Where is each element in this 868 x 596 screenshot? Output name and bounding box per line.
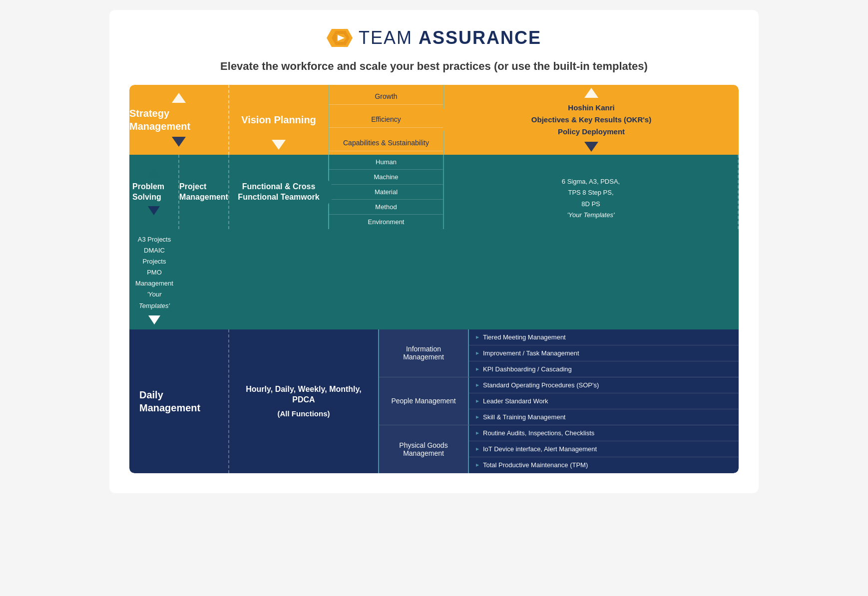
vision-planning-title: Vision Planning [241, 113, 316, 126]
strategy-management-cell: Strategy Management [129, 85, 229, 155]
daily-management-title: Daily Management [139, 388, 218, 414]
list-item-material: Material [329, 185, 443, 200]
logo-icon [327, 25, 353, 51]
list-item-machine: Machine [329, 170, 443, 185]
pdca-title: Hourly, Daily, Weekly, Monthly, PDCA [237, 384, 370, 405]
arrow-down-vision [272, 140, 286, 150]
list-item-growth: Growth [329, 88, 443, 105]
arrow-up-6sigma [585, 163, 597, 172]
list-item-environment: Environment [329, 215, 443, 229]
information-management-label: Information Management [379, 329, 469, 377]
project-management-title: Project Management [179, 182, 228, 203]
chevron-right-orange [443, 108, 452, 132]
6sigma-line1: 6 Sigma, A3, PDSA, [562, 176, 620, 187]
physical-goods-items: Routine Audits, Inspections, Checklists … [469, 425, 739, 473]
hoshin-line2: Objectives & Key Results (OKR's) [531, 114, 651, 126]
people-item-1: Standard Operating Procedures (SOP's) [469, 377, 739, 393]
people-management-label: People Management [379, 377, 469, 425]
list-item-capabilities: Capabilities & Sustainability [329, 135, 443, 151]
6sigma-line2: TPS 8 Step PS, [562, 187, 620, 198]
information-management-items: Tiered Meeting Management Improvement / … [469, 329, 739, 377]
cross-functional-title: Functional & Cross Functional Teamwork [234, 182, 323, 203]
list-item-method: Method [329, 200, 443, 215]
daily-management-row: Daily Management Hourly, Daily, Weekly, … [129, 329, 739, 473]
list-item-human: Human [329, 155, 443, 170]
physical-item-3: Total Productive Maintenance (TPM) [469, 457, 739, 473]
logo-team: TEAM [359, 27, 413, 48]
people-item-3: Skill & Training Management [469, 409, 739, 425]
physical-item-1: Routine Audits, Inspections, Checklists [469, 425, 739, 441]
information-management-section: Information Management Tiered Meeting Ma… [379, 329, 739, 377]
info-item-3: KPI Dashboarding / Cascading [469, 361, 739, 377]
arrow-up-project [198, 169, 210, 178]
a3-projects-cell: A3 Projects DMAIC Projects PMO Managemen… [129, 229, 179, 329]
arrow-up-hoshin [584, 88, 598, 98]
physical-goods-label: Physical Goods Management [379, 425, 469, 473]
problem-solving-cell: Problem Solving [129, 155, 179, 229]
arrow-up-problem [148, 169, 160, 178]
arrow-up-strategy [172, 93, 186, 103]
a3-line1: A3 Projects [134, 234, 174, 245]
main-diagram: Strategy Management Vision Planning Grow… [129, 85, 739, 473]
problem-solving-title: Problem Solving [132, 182, 175, 203]
strategy-row: Strategy Management Vision Planning Grow… [129, 85, 739, 155]
arrow-down-strategy [172, 137, 186, 147]
list-item-efficiency: Efficiency [329, 111, 443, 128]
people-management-items: Standard Operating Procedures (SOP's) Le… [469, 377, 739, 425]
info-item-2: Improvement / Task Management [469, 345, 739, 361]
arrow-down-problem [148, 206, 160, 215]
page-wrapper: TEAM ASSURANCE Elevate the workforce and… [109, 10, 759, 493]
hoshin-kanri-cell: Hoshin Kanri Objectives & Key Results (O… [444, 85, 739, 155]
arrow-up-daily [173, 374, 185, 383]
people-item-2: Leader Standard Work [469, 393, 739, 409]
a3-line4: 'Your Templates' [134, 289, 174, 311]
6sigma-line4: 'Your Templates' [562, 210, 620, 221]
chevron-right-teal [328, 180, 337, 204]
arrow-down-hoshin [584, 142, 598, 152]
pdca-subtitle: (All Functions) [237, 409, 370, 418]
6sigma-cell: 6 Sigma, A3, PDSA, TPS 8 Step PS, 8D PS … [444, 155, 739, 229]
project-management-cell: Project Management [179, 155, 229, 229]
daily-management-cell: Daily Management [129, 329, 229, 473]
info-item-1: Tiered Meeting Management [469, 329, 739, 345]
a3-line3: PMO Management [134, 267, 174, 289]
6sigma-line3: 8D PS [562, 199, 620, 210]
a3-line2: DMAIC Projects [134, 245, 174, 267]
physical-item-2: IoT Device interface, Alert Management [469, 441, 739, 457]
arrow-down-project [198, 206, 210, 215]
problem-solving-row: Problem Solving Project Management Funct… [129, 155, 739, 329]
tagline: Elevate the workforce and scale your bes… [129, 60, 739, 73]
arrow-down-a3 [148, 315, 160, 324]
hoshin-line3: Policy Deployment [531, 126, 651, 138]
logo-text: TEAM ASSURANCE [359, 27, 541, 48]
5m-list-cell: Human Machine Material Method Environmen… [329, 155, 444, 229]
management-sections: Information Management Tiered Meeting Ma… [379, 329, 739, 473]
hoshin-line1: Hoshin Kanri [531, 102, 651, 114]
cross-functional-cell: Functional & Cross Functional Teamwork [229, 155, 329, 229]
pdca-cell: Hourly, Daily, Weekly, Monthly, PDCA (Al… [229, 329, 379, 473]
header: TEAM ASSURANCE [129, 25, 739, 51]
physical-goods-section: Physical Goods Management Routine Audits… [379, 425, 739, 473]
growth-list-cell: Growth Efficiency Capabilities & Sustain… [329, 85, 444, 155]
people-management-section: People Management Standard Operating Pro… [379, 377, 739, 425]
strategy-management-title: Strategy Management [129, 107, 228, 133]
arrow-down-daily [173, 419, 185, 428]
logo-assurance: ASSURANCE [419, 27, 541, 48]
vision-planning-cell: Vision Planning [229, 85, 329, 155]
